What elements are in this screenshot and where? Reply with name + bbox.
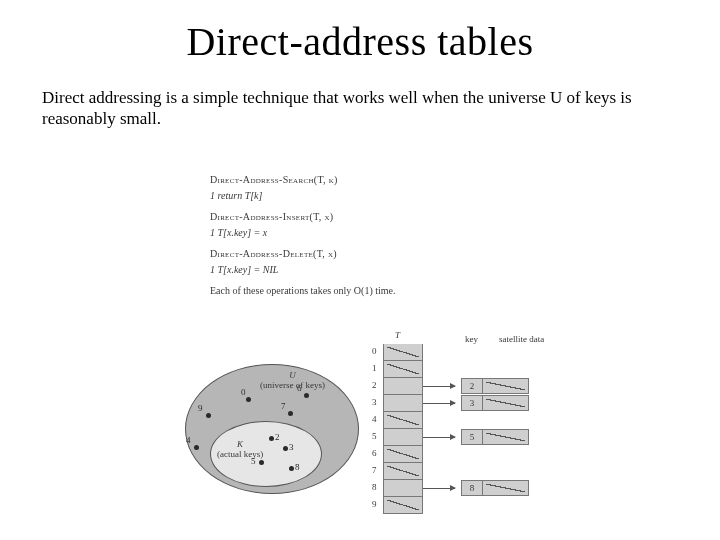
actual-set-subtitle: (actual keys) xyxy=(217,449,263,459)
key-label: 8 xyxy=(295,462,300,472)
table-index: 8 xyxy=(372,482,377,492)
universe-label: U (universe of keys) xyxy=(260,371,325,391)
table-index: 6 xyxy=(372,448,377,458)
record-pair: 2 xyxy=(461,378,529,394)
code-insert-line: 1 T[x.key] = x xyxy=(210,225,550,241)
pointer-arrow xyxy=(423,437,455,438)
table-index: 4 xyxy=(372,414,377,424)
key-label: 5 xyxy=(251,456,256,466)
pointer-arrow xyxy=(423,386,455,387)
key-dot xyxy=(194,445,199,450)
key-label: 9 xyxy=(198,403,203,413)
table-cell: 8 xyxy=(383,480,423,497)
table-index: 7 xyxy=(372,465,377,475)
direct-address-figure: U (universe of keys) 0 4 6 7 9 K (actual… xyxy=(185,332,605,528)
key-label: 6 xyxy=(297,383,302,393)
record-pair: 5 xyxy=(461,429,529,445)
table-index: 9 xyxy=(372,499,377,509)
key-dot xyxy=(304,393,309,398)
key-dot xyxy=(288,411,293,416)
record-satellite xyxy=(483,480,529,496)
record-key: 5 xyxy=(461,429,483,445)
key-label: 7 xyxy=(281,401,286,411)
record-satellite xyxy=(483,378,529,394)
key-label: 0 xyxy=(241,387,246,397)
key-dot xyxy=(289,466,294,471)
intro-text: Direct addressing is a simple technique … xyxy=(42,87,678,130)
key-dot xyxy=(269,436,274,441)
table-cell: 3 xyxy=(383,395,423,412)
page-title: Direct-address tables xyxy=(42,18,678,65)
record-pair: 8 xyxy=(461,480,529,496)
table-cell: 4 xyxy=(383,412,423,429)
actual-set-symbol: K xyxy=(237,439,243,449)
table-index: 1 xyxy=(372,363,377,373)
table-index: 3 xyxy=(372,397,377,407)
table-index: 5 xyxy=(372,431,377,441)
table-cell: 0 xyxy=(383,344,423,361)
table-cell: 5 xyxy=(383,429,423,446)
key-dot xyxy=(259,460,264,465)
record-satellite xyxy=(483,429,529,445)
code-search-line: 1 return T[k] xyxy=(210,188,550,204)
actual-set-label: K (actual keys) xyxy=(217,440,263,460)
record-key: 8 xyxy=(461,480,483,496)
pointer-arrow xyxy=(423,488,455,489)
code-insert-head: Direct-Address-Insert(T, x) xyxy=(210,209,550,225)
record-key: 3 xyxy=(461,395,483,411)
universe-set: U (universe of keys) 0 4 6 7 9 K (actual… xyxy=(185,364,359,494)
key-label: 3 xyxy=(289,442,294,452)
table-cell: 2 xyxy=(383,378,423,395)
direct-address-table: T 0 1 2 3 4 5 6 7 8 9 xyxy=(383,344,423,514)
table-cell: 9 xyxy=(383,497,423,514)
table-index: 2 xyxy=(372,380,377,390)
code-delete-head: Direct-Address-Delete(T, x) xyxy=(210,246,550,262)
actual-key-set: K (actual keys) 2 3 5 8 xyxy=(210,421,322,487)
key-dot xyxy=(283,446,288,451)
table-index: 0 xyxy=(372,346,377,356)
table-cell: 1 xyxy=(383,361,423,378)
universe-subtitle: (universe of keys) xyxy=(260,380,325,390)
key-label: 2 xyxy=(275,432,280,442)
table-cell: 6 xyxy=(383,446,423,463)
code-complexity-note: Each of these operations takes only O(1)… xyxy=(210,283,550,299)
table-cell: 7 xyxy=(383,463,423,480)
key-label: 4 xyxy=(186,435,191,445)
record-key: 2 xyxy=(461,378,483,394)
pseudocode-block: Direct-Address-Search(T, k) 1 return T[k… xyxy=(210,172,550,299)
pointer-arrow xyxy=(423,403,455,404)
code-search-head: Direct-Address-Search(T, k) xyxy=(210,172,550,188)
record-pair: 3 xyxy=(461,395,529,411)
code-delete-line: 1 T[x.key] = NIL xyxy=(210,262,550,278)
key-dot xyxy=(206,413,211,418)
column-header-key: key xyxy=(465,334,478,344)
record-satellite xyxy=(483,395,529,411)
column-header-satellite: satellite data xyxy=(499,334,544,344)
table-symbol: T xyxy=(395,330,400,340)
universe-symbol: U xyxy=(289,370,296,380)
key-dot xyxy=(246,397,251,402)
